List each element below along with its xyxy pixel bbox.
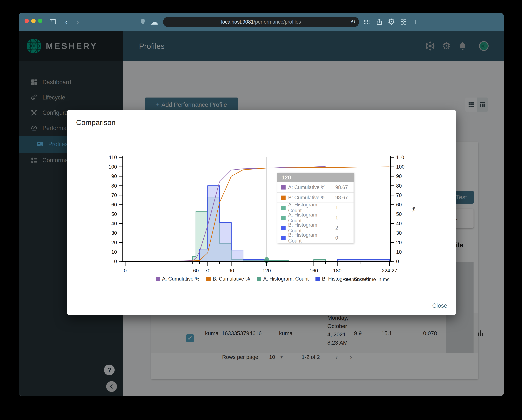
url-host: localhost:9081 [221,19,254,25]
svg-text:60: 60 [193,268,199,274]
legend-label: B: Cumulative % [213,276,250,282]
dots-grid-icon[interactable] [362,17,371,26]
svg-text:70: 70 [205,268,210,274]
svg-text:90: 90 [111,173,117,179]
close-button[interactable]: Close [432,302,447,309]
tooltip-row: A: Histogram: Count1 [277,213,353,223]
forward-icon[interactable]: › [73,17,82,26]
settings-gear-icon[interactable]: ⚙ [387,17,396,26]
svg-text:20: 20 [111,240,117,245]
svg-text:90: 90 [229,268,234,274]
browser-window: ‹ › ☁ localhost:9081/performance/profile… [19,13,504,396]
legend-item[interactable]: B: Cumulative % [206,276,250,282]
tooltip-row: A: Histogram: Count1 [277,202,353,213]
traffic-light-close[interactable] [24,19,29,23]
svg-text:70: 70 [111,192,117,198]
svg-text:100: 100 [108,164,117,170]
tooltip-row: B: Histogram: Count2 [277,223,353,233]
sidebar-toggle-icon[interactable] [48,17,57,26]
svg-text:70: 70 [396,192,402,198]
share-icon[interactable] [375,17,384,26]
svg-text:0: 0 [396,259,399,264]
tooltip-series-label: B: Histogram: Count [288,232,333,244]
svg-text:180: 180 [333,268,341,274]
traffic-light-minimize[interactable] [31,19,36,23]
svg-text:224.27: 224.27 [382,268,397,274]
tooltip-series-label: B: Cumulative % [288,195,325,201]
svg-text:50: 50 [111,211,117,217]
chart-legend: A: Cumulative %B: Cumulative %A: Histogr… [67,276,456,282]
svg-text:90: 90 [396,173,402,179]
tooltip-row: B: Histogram: Count0 [277,233,353,243]
svg-text:10: 10 [396,249,402,255]
traffic-light-zoom[interactable] [38,19,42,23]
tooltip-row: A: Cumulative %98.67 [277,182,353,192]
back-icon[interactable]: ‹ [62,17,71,26]
legend-label: A: Histogram: Count [263,276,309,282]
legend-swatch [315,277,320,281]
tooltip-swatch [281,185,285,189]
legend-item[interactable]: A: Histogram: Count [257,276,309,282]
svg-text:100: 100 [396,164,405,170]
svg-text:0: 0 [124,268,127,274]
svg-text:20: 20 [396,240,402,245]
tooltip-swatch [281,226,285,230]
svg-text:30: 30 [396,230,402,236]
legend-swatch [156,277,160,281]
svg-text:30: 30 [111,230,117,236]
tab-overview-icon[interactable] [399,17,408,26]
tooltip-swatch [281,216,285,220]
tooltip-value: 0 [333,233,353,243]
svg-text:160: 160 [309,268,318,274]
svg-text:40: 40 [111,221,117,226]
browser-toolbar: ‹ › ☁ localhost:9081/performance/profile… [19,13,504,31]
cloud-icon[interactable]: ☁ [150,17,159,26]
page: Profiles ⚙ [19,31,504,396]
address-bar[interactable]: localhost:9081/performance/profiles ↻ [163,17,359,27]
svg-text:110: 110 [396,155,404,160]
shield-icon[interactable] [138,17,147,26]
svg-text:%: % [411,207,416,212]
svg-text:80: 80 [111,183,117,189]
tooltip-x-value: 120 [277,172,354,182]
svg-text:50: 50 [396,211,402,217]
tooltip-row: B: Cumulative %98.67 [277,192,353,202]
svg-text:80: 80 [396,183,402,189]
svg-text:40: 40 [396,221,402,226]
svg-text:10: 10 [111,249,117,255]
url-path: /performance/profiles [254,19,301,25]
tooltip-value: 2 [333,223,353,233]
tooltip-series-label: A: Cumulative % [288,185,325,190]
tooltip-swatch [281,195,285,200]
tooltip-body: A: Cumulative %98.67B: Cumulative %98.67… [277,182,354,243]
chart-tooltip: 120 A: Cumulative %98.67B: Cumulative %9… [277,172,354,243]
legend-item[interactable]: B: Histogram: Count [315,276,367,282]
comparison-chart: 0010102020303040405050606070708080909010… [67,110,456,315]
svg-text:60: 60 [111,202,117,208]
tooltip-swatch [281,206,285,210]
legend-swatch [257,277,261,281]
legend-label: B: Histogram: Count [322,276,367,282]
tooltip-value: 98.67 [333,182,353,192]
new-tab-icon[interactable]: + [411,17,420,26]
tooltip-swatch [281,236,285,240]
tooltip-value: 98.67 [333,193,353,202]
svg-text:60: 60 [396,202,402,208]
svg-text:120: 120 [262,268,271,274]
legend-swatch [206,277,211,281]
tooltip-value: 1 [333,203,353,213]
legend-item[interactable]: A: Cumulative % [156,276,199,282]
tooltip-value: 1 [333,213,353,223]
legend-label: A: Cumulative % [162,276,199,282]
svg-text:110: 110 [109,155,117,160]
comparison-dialog: Comparison 00101020203030404050506060707… [67,110,456,315]
reload-icon[interactable]: ↻ [351,18,355,25]
svg-text:0: 0 [114,259,117,264]
